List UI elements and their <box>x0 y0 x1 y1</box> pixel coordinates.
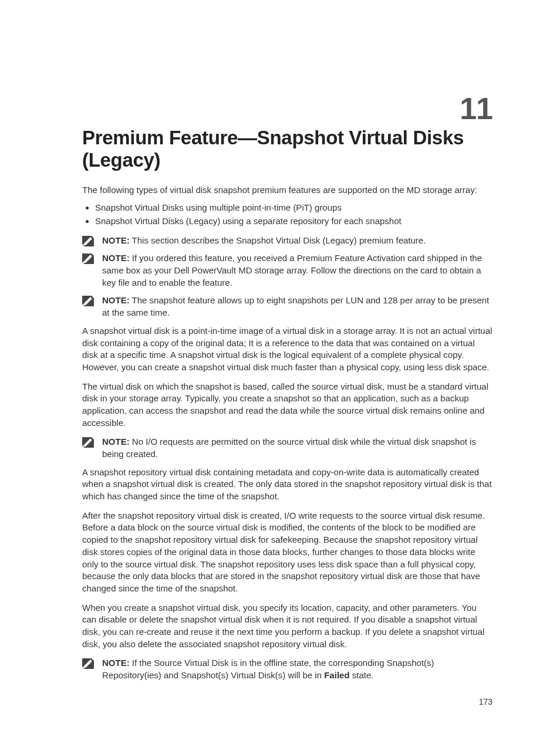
note-text: NOTE: If you ordered this feature, you r… <box>102 252 492 289</box>
page-title: Premium Feature—Snapshot Virtual Disks (… <box>82 127 492 171</box>
note-text: NOTE: No I/O requests are permitted on t… <box>102 436 492 460</box>
body-paragraph: A snapshot repository virtual disk conta… <box>82 466 492 503</box>
note-body: The snapshot feature allows up to eight … <box>102 295 489 317</box>
note-body-prefix: If the Source Virtual Disk is in the off… <box>102 658 434 680</box>
list-item: Snapshot Virtual Disks (Legacy) using a … <box>95 215 492 228</box>
note-label: NOTE: <box>102 658 130 668</box>
note-body: If you ordered this feature, you receive… <box>102 253 482 287</box>
note-body-bold: Failed <box>324 670 349 680</box>
note-text: NOTE: The snapshot feature allows up to … <box>102 295 492 319</box>
feature-type-list: Snapshot Virtual Disks using multiple po… <box>82 202 492 227</box>
note-body-suffix: state. <box>350 670 374 680</box>
page-number: 173 <box>479 696 492 708</box>
note-label: NOTE: <box>102 253 130 263</box>
note-block: NOTE: No I/O requests are permitted on t… <box>82 436 492 460</box>
note-block: NOTE: This section describes the Snapsho… <box>82 235 492 247</box>
note-text: NOTE: If the Source Virtual Disk is in t… <box>102 657 492 681</box>
note-icon <box>82 236 94 246</box>
note-block: NOTE: The snapshot feature allows up to … <box>82 295 492 319</box>
note-icon <box>82 437 94 448</box>
chapter-number: 11 <box>82 88 492 130</box>
body-paragraph: The virtual disk on which the snapshot i… <box>82 381 492 430</box>
note-text: NOTE: This section describes the Snapsho… <box>102 235 492 247</box>
body-paragraph: When you create a snapshot virtual disk,… <box>82 602 492 651</box>
note-label: NOTE: <box>102 437 130 447</box>
note-icon <box>82 296 94 306</box>
body-paragraph: After the snapshot repository virtual di… <box>82 510 492 595</box>
note-label: NOTE: <box>102 235 130 245</box>
note-icon <box>82 253 94 264</box>
intro-text: The following types of virtual disk snap… <box>82 184 492 197</box>
note-body: This section describes the Snapshot Virt… <box>132 235 426 245</box>
note-block: NOTE: If you ordered this feature, you r… <box>82 252 492 289</box>
note-body: No I/O requests are permitted on the sou… <box>102 437 476 459</box>
body-paragraph: A snapshot virtual disk is a point-in-ti… <box>82 325 492 374</box>
list-item: Snapshot Virtual Disks using multiple po… <box>95 202 492 214</box>
note-label: NOTE: <box>102 295 130 305</box>
note-icon <box>82 658 94 669</box>
note-block: NOTE: If the Source Virtual Disk is in t… <box>82 657 492 681</box>
